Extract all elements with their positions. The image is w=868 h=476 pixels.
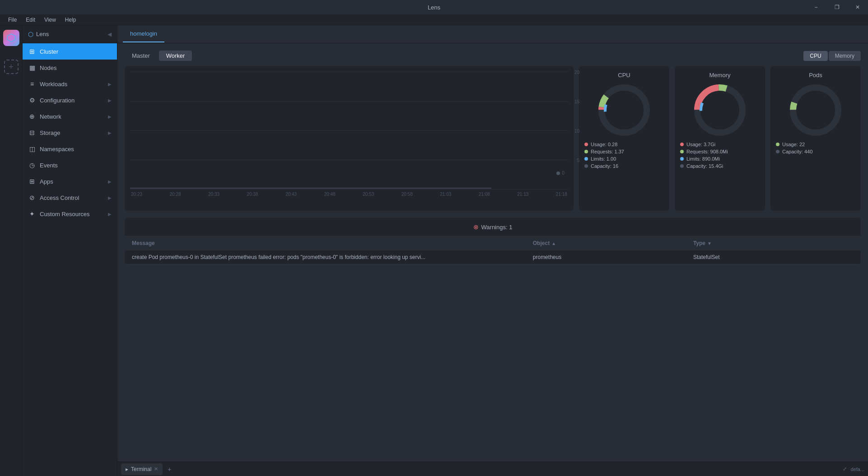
cpu-donut-svg <box>597 83 651 137</box>
add-cluster-button[interactable]: + <box>4 60 19 74</box>
menu-edit[interactable]: Edit <box>21 14 40 25</box>
storage-expand-icon: ▶ <box>108 130 112 135</box>
table-header: Message Object ▲ Type ▼ <box>125 236 861 250</box>
pods-donut-svg <box>789 83 843 137</box>
cpu-capacity-row: Capacity: 16 <box>584 163 664 169</box>
svg-point-2 <box>602 88 647 133</box>
access-control-icon: ⊘ <box>28 194 36 201</box>
sidebar-header: ⬡ Lens ◀ <box>23 25 117 43</box>
apps-icon: ⊞ <box>28 178 36 185</box>
toggle-memory[interactable]: Memory <box>829 51 861 61</box>
sidebar-item-workloads-label: Workloads <box>40 81 104 88</box>
toggle-group: CPU Memory <box>803 51 861 61</box>
tab-homelogin[interactable]: homelogin <box>123 26 164 42</box>
x-label-0: 20:23 <box>131 192 142 197</box>
sidebar-item-namespaces[interactable]: ◫ Namespaces <box>23 141 117 157</box>
bottom-bar: ▸ Terminal ✕ + ⤢ defa... <box>117 462 868 476</box>
table-row[interactable]: create Pod prometheus-0 in StatefulSet p… <box>125 250 861 264</box>
close-button[interactable]: ✕ <box>847 0 868 14</box>
cpu-usage-label: Usage: 0.28 <box>591 142 617 147</box>
custom-resources-icon: ✦ <box>28 210 36 217</box>
warnings-title: Warnings: 1 <box>481 224 513 231</box>
x-label-7: 20:58 <box>401 192 413 197</box>
pods-stats: Usage: 22 Capacity: 440 <box>776 142 855 156</box>
col-object-header[interactable]: Object ▲ <box>533 240 693 246</box>
toggle-cpu[interactable]: CPU <box>803 51 827 61</box>
sidebar-item-configuration-label: Configuration <box>40 97 104 104</box>
menu-file[interactable]: File <box>4 14 21 25</box>
menu-view[interactable]: View <box>40 14 61 25</box>
terminal-close-button[interactable]: ✕ <box>154 466 158 472</box>
sidebar-item-apps[interactable]: ⊞ Apps ▶ <box>23 173 117 189</box>
warnings-section: ⊗ Warnings: 1 Message Object ▲ Type ▼ <box>125 218 861 264</box>
chart-zero-indicator: 0 <box>556 171 565 176</box>
type-sort-icon: ▼ <box>707 241 712 246</box>
terminal-add-button[interactable]: + <box>164 464 174 474</box>
sidebar-item-storage-label: Storage <box>40 129 104 136</box>
svg-point-5 <box>605 91 643 129</box>
chart-xaxis: 20:23 20:28 20:33 20:38 20:43 20:48 20:5… <box>130 192 568 197</box>
sidebar: ⬡ Lens ◀ ⊞ Cluster ▦ Nodes ≡ Workloads ▶… <box>23 25 117 476</box>
terminal-tab[interactable]: ▸ Terminal ✕ <box>121 463 163 475</box>
status-indicator: defa... <box>850 467 864 472</box>
x-label-11: 21:18 <box>556 192 567 197</box>
svg-marker-1 <box>9 36 14 40</box>
icon-bar: + <box>0 25 23 476</box>
expand-terminal-button[interactable]: ⤢ <box>843 466 847 472</box>
sidebar-collapse-icon[interactable]: ◀ <box>107 31 112 37</box>
object-sort-icon: ▲ <box>551 241 556 246</box>
subtab-worker[interactable]: Worker <box>159 51 192 61</box>
lens-sidebar-icon: ⬡ <box>28 31 33 38</box>
cpu-stats: Usage: 0.28 Requests: 1.37 Limits: 1.00 <box>584 142 664 171</box>
subtab-master[interactable]: Master <box>125 51 157 61</box>
memory-limits-row: Limits: 890.0Mi <box>680 156 760 162</box>
pods-capacity-label: Capacity: 440 <box>782 149 812 154</box>
sidebar-item-configuration[interactable]: ⚙ Configuration ▶ <box>23 92 117 108</box>
pods-usage-dot <box>776 143 779 146</box>
cpu-requests-label: Requests: 1.37 <box>591 149 624 154</box>
col-message-header: Message <box>132 240 533 246</box>
sidebar-item-nodes[interactable]: ▦ Nodes <box>23 60 117 76</box>
sidebar-item-cluster[interactable]: ⊞ Cluster <box>23 43 117 60</box>
memory-donut-svg <box>693 83 747 137</box>
warning-message: create Pod prometheus-0 in StatefulSet p… <box>132 254 533 260</box>
memory-stats: Usage: 3.7Gi Requests: 908.0Mi Limits: 8… <box>680 142 760 171</box>
sidebar-item-custom-resources[interactable]: ✦ Custom Resources ▶ <box>23 206 117 222</box>
tab-bar: homelogin <box>117 25 868 43</box>
sidebar-item-access-control[interactable]: ⊘ Access Control ▶ <box>23 189 117 206</box>
pods-capacity-dot <box>776 150 779 153</box>
storage-icon: ⊟ <box>28 129 36 136</box>
pods-usage-label: Usage: 22 <box>782 142 805 147</box>
sidebar-item-apps-label: Apps <box>40 178 104 185</box>
cpu-card: CPU <box>579 66 669 211</box>
nodes-icon: ▦ <box>28 64 36 71</box>
col-type-header[interactable]: Type ▼ <box>693 240 854 246</box>
x-label-9: 21:08 <box>479 192 490 197</box>
cpu-capacity-dot <box>584 164 588 168</box>
sidebar-item-workloads[interactable]: ≡ Workloads ▶ <box>23 76 117 92</box>
restore-button[interactable]: ❐ <box>826 0 847 14</box>
x-label-6: 20:53 <box>363 192 374 197</box>
sidebar-item-network[interactable]: ⊕ Network ▶ <box>23 108 117 125</box>
sidebar-item-events[interactable]: ◷ Events <box>23 157 117 173</box>
cpu-capacity-label: Capacity: 16 <box>591 163 618 169</box>
sidebar-item-storage[interactable]: ⊟ Storage ▶ <box>23 125 117 141</box>
x-label-10: 21:13 <box>517 192 528 197</box>
memory-usage-dot <box>680 143 684 146</box>
warnings-icon: ⊗ <box>473 223 479 231</box>
x-label-4: 20:43 <box>285 192 297 197</box>
memory-capacity-row: Capacity: 15.4Gi <box>680 163 760 169</box>
svg-point-9 <box>701 91 739 129</box>
memory-capacity-label: Capacity: 15.4Gi <box>686 163 723 169</box>
sidebar-item-cluster-label: Cluster <box>40 48 112 55</box>
cpu-requests-row: Requests: 1.37 <box>584 149 664 154</box>
memory-limits-label: Limits: 890.0Mi <box>686 156 720 162</box>
warning-type: StatefulSet <box>693 254 854 260</box>
cpu-limits-row: Limits: 1.00 <box>584 156 664 162</box>
menu-help[interactable]: Help <box>61 14 81 25</box>
sidebar-item-namespaces-label: Namespaces <box>40 146 112 153</box>
x-label-2: 20:33 <box>208 192 219 197</box>
minimize-button[interactable]: − <box>806 0 826 14</box>
memory-card: Memory <box>675 66 765 211</box>
x-label-3: 20:38 <box>247 192 258 197</box>
